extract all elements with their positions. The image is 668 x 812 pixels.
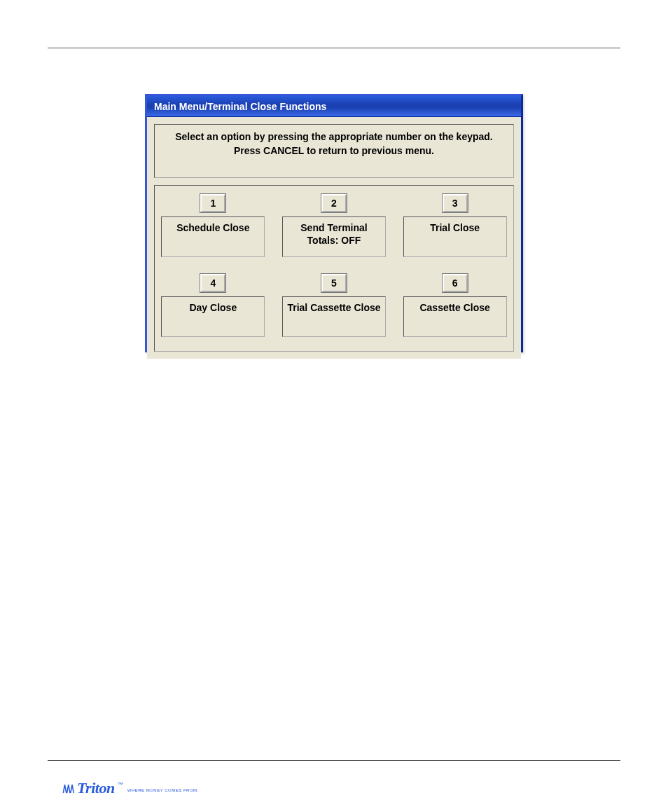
prompt-line-2: Press CANCEL to return to previous menu.	[160, 144, 508, 158]
option-trial-cassette-close: 5 Trial Cassette Close	[282, 274, 386, 337]
terminal-window: Main Menu/Terminal Close Functions Selec…	[145, 94, 523, 352]
keypad-button-4[interactable]: 4	[200, 274, 225, 292]
option-send-terminal-totals: 2 Send Terminal Totals: OFF	[282, 194, 386, 257]
footer-brand: Triton ™ WHERE MONEY COMES FROM.	[62, 779, 199, 797]
option-label-trial-close: Trial Close	[403, 216, 507, 257]
page-bottom-rule	[48, 760, 620, 761]
option-trial-close: 3 Trial Close	[403, 194, 507, 257]
keypad-button-1[interactable]: 1	[200, 194, 225, 212]
option-label-schedule-close: Schedule Close	[161, 216, 265, 257]
option-label-day-close: Day Close	[161, 296, 265, 337]
brand-tagline: WHERE MONEY COMES FROM.	[127, 788, 199, 792]
window-title: Main Menu/Terminal Close Functions	[154, 101, 326, 112]
triton-logo-icon	[62, 783, 74, 795]
option-label-cassette-close: Cassette Close	[403, 296, 507, 337]
keypad-button-5[interactable]: 5	[321, 274, 347, 292]
keypad-button-3[interactable]: 3	[443, 194, 468, 212]
keypad-button-6[interactable]: 6	[443, 274, 468, 292]
prompt-line-1: Select an option by pressing the appropr…	[160, 130, 508, 144]
options-panel: 1 Schedule Close 2 Send Terminal Totals:…	[154, 185, 514, 352]
brand-name: Triton	[77, 779, 115, 797]
option-label-trial-cassette-close: Trial Cassette Close	[282, 296, 386, 337]
option-cassette-close: 6 Cassette Close	[403, 274, 507, 337]
option-label-send-terminal-totals: Send Terminal Totals: OFF	[282, 216, 386, 257]
window-content: Select an option by pressing the appropr…	[147, 117, 521, 359]
page-top-rule	[48, 48, 620, 48]
keypad-button-2[interactable]: 2	[321, 194, 347, 212]
option-schedule-close: 1 Schedule Close	[161, 194, 265, 257]
prompt-panel: Select an option by pressing the appropr…	[154, 124, 514, 178]
window-titlebar: Main Menu/Terminal Close Functions	[147, 96, 521, 117]
trademark-symbol: ™	[118, 781, 123, 787]
option-day-close: 4 Day Close	[161, 274, 265, 337]
